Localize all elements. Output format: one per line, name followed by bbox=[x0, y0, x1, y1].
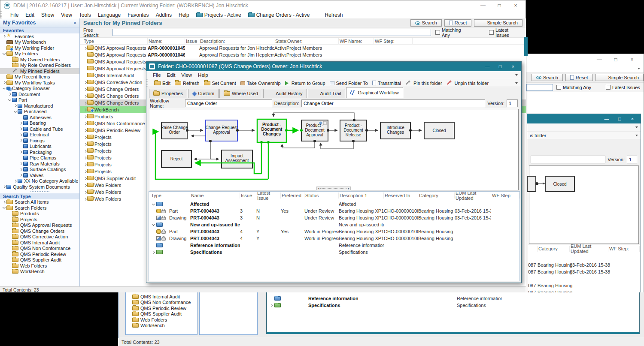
workflow-node-partial[interactable] bbox=[527, 176, 536, 192]
tree-item[interactable]: XX No Category Available bbox=[0, 178, 79, 184]
minimize-icon[interactable]: — bbox=[482, 64, 493, 69]
expander-icon[interactable] bbox=[83, 128, 87, 133]
maximize-icon[interactable]: □ bbox=[609, 57, 622, 63]
toolbar-button[interactable]: Send Folder To bbox=[328, 81, 370, 86]
menu-item[interactable]: Help bbox=[195, 72, 211, 78]
expander-icon[interactable] bbox=[7, 235, 12, 239]
expander-icon[interactable] bbox=[2, 45, 6, 50]
menu-item[interactable]: Help bbox=[175, 12, 193, 18]
menu-item[interactable]: File bbox=[150, 72, 164, 78]
workflow-name-input[interactable] bbox=[185, 99, 272, 107]
menu-item[interactable]: Edit bbox=[22, 12, 38, 18]
search-action-button[interactable]: Simple Search bbox=[474, 19, 522, 27]
search-action-button[interactable]: Simple Search bbox=[595, 74, 644, 81]
version-input[interactable] bbox=[507, 99, 518, 107]
table-row[interactable]: New and up-issued Items New and up-issue… bbox=[149, 221, 519, 228]
expander-icon[interactable] bbox=[18, 126, 23, 131]
tree-item[interactable]: Favorites bbox=[0, 33, 79, 39]
tree-item[interactable]: Category Browser bbox=[0, 86, 79, 92]
expander-icon[interactable] bbox=[7, 217, 12, 222]
latest-issues-checkbox[interactable] bbox=[489, 30, 494, 35]
table-row[interactable]: Reference information Reference informat… bbox=[267, 295, 639, 302]
expander-icon[interactable] bbox=[2, 75, 6, 79]
expander-icon[interactable] bbox=[268, 296, 274, 301]
tree-item[interactable]: Raw Materials bbox=[0, 161, 79, 167]
expander-icon[interactable] bbox=[18, 167, 23, 172]
expander-icon[interactable] bbox=[7, 57, 12, 62]
workflow-node-closed[interactable]: Closed bbox=[545, 176, 575, 192]
scrollbar-track[interactable] bbox=[320, 188, 347, 189]
expander-icon[interactable] bbox=[7, 211, 12, 216]
expander-icon[interactable] bbox=[7, 63, 12, 68]
expander-icon[interactable] bbox=[83, 94, 87, 99]
tree-item[interactable]: QMS Approval Requests bbox=[0, 223, 79, 229]
expander-icon[interactable] bbox=[13, 179, 18, 184]
expander-icon[interactable] bbox=[83, 156, 87, 160]
expander-icon[interactable] bbox=[7, 258, 12, 262]
tree-item[interactable]: Part bbox=[0, 97, 79, 103]
chevron-down-icon[interactable] bbox=[635, 126, 638, 128]
description-input[interactable] bbox=[531, 156, 605, 163]
tree-item[interactable]: Cable and Tube bbox=[0, 126, 79, 132]
tab[interactable]: Where Used bbox=[219, 89, 262, 98]
close-icon[interactable]: × bbox=[626, 57, 638, 63]
matching-any-checkbox[interactable] bbox=[556, 85, 561, 90]
latest-issues-option[interactable]: Latest Issues bbox=[606, 85, 640, 90]
free-search-input[interactable] bbox=[526, 84, 553, 91]
expander-icon[interactable] bbox=[7, 69, 12, 73]
workflow-horizontal-scrollbar[interactable]: ◂ ▸ bbox=[316, 187, 351, 190]
minimize-icon[interactable]: — bbox=[593, 57, 606, 63]
table-row[interactable]: Drawing PRT-0004043 4 Y Work in Progress… bbox=[149, 235, 519, 242]
expander-icon[interactable] bbox=[7, 252, 12, 256]
expander-icon[interactable] bbox=[18, 121, 23, 126]
table-row[interactable]: Reference information Reference informat… bbox=[149, 242, 519, 249]
tree-item[interactable]: Pipe Clamps bbox=[0, 155, 79, 161]
toolbar-button[interactable]: Take Ownership bbox=[238, 81, 283, 86]
expander-icon[interactable] bbox=[83, 162, 87, 167]
menu-folder-item[interactable]: Projects - Active bbox=[193, 12, 245, 18]
search-action-button[interactable]: Reset bbox=[444, 19, 472, 27]
expander-icon[interactable] bbox=[83, 135, 87, 140]
expander-icon[interactable] bbox=[150, 216, 156, 220]
table-row[interactable]: QMS Approval Requests APR-0000001045 App… bbox=[80, 45, 526, 51]
tree-item[interactable]: Valves bbox=[0, 172, 79, 178]
menu-item[interactable]: Language bbox=[94, 12, 124, 18]
matching-any-option[interactable]: Matching Any bbox=[435, 27, 469, 38]
tree-item[interactable]: My Pinned Folders bbox=[0, 68, 79, 74]
expander-icon[interactable] bbox=[18, 161, 23, 166]
close-icon[interactable]: × bbox=[627, 116, 638, 121]
splitter-grip[interactable] bbox=[0, 190, 79, 193]
tree-item[interactable]: WorkBench bbox=[126, 323, 197, 329]
expander-icon[interactable] bbox=[83, 197, 87, 202]
expander-icon[interactable] bbox=[18, 115, 23, 120]
expander-icon[interactable] bbox=[83, 66, 87, 71]
free-search-input[interactable] bbox=[112, 29, 431, 36]
table-row[interactable]: Specifications Specifications bbox=[149, 249, 519, 256]
tree-item[interactable]: Quality System Documents bbox=[0, 184, 79, 190]
tree-item[interactable]: Adhesives bbox=[0, 114, 79, 120]
menu-item[interactable]: Tools bbox=[76, 12, 94, 18]
tree-item[interactable]: QMS Internal Audit bbox=[126, 294, 197, 300]
search-action-button[interactable]: Search bbox=[410, 19, 442, 27]
table-row[interactable]: 087 Bearing Housing bbox=[528, 282, 640, 289]
expander-icon[interactable] bbox=[7, 229, 12, 233]
tree-item[interactable]: QMS Non Conformance bbox=[126, 300, 197, 306]
table-row[interactable]: Part PRT-0004043 4 Y Yes Work in Progres… bbox=[149, 228, 519, 235]
tree-item[interactable]: My Workbench bbox=[0, 39, 79, 45]
maximize-icon[interactable]: □ bbox=[493, 3, 506, 9]
tree-item[interactable]: My Owned Folders bbox=[0, 57, 79, 63]
tree-item[interactable]: QMS Supplier Audit bbox=[126, 311, 197, 317]
tree-item[interactable]: WorkBench bbox=[0, 269, 79, 275]
tree-item[interactable]: My Role Owned Folders bbox=[0, 63, 79, 69]
tab[interactable]: Graphical Workflow bbox=[346, 87, 403, 98]
toolbar-button[interactable]: Transmittal bbox=[370, 81, 403, 86]
toolbar-button[interactable]: Return to Group bbox=[283, 81, 328, 86]
expander-icon[interactable] bbox=[7, 223, 12, 228]
tree-item[interactable]: Lubricants bbox=[0, 144, 79, 150]
table-row[interactable]: Specifications Specifications bbox=[267, 302, 639, 309]
latest-issues-option[interactable]: Latest Issues bbox=[489, 27, 522, 38]
chevron-down-icon[interactable] bbox=[515, 74, 518, 76]
expander-icon[interactable] bbox=[83, 53, 87, 57]
table-row[interactable]: Drawing PRT-0004043 3 N Under Review Bea… bbox=[149, 214, 519, 221]
bg-window-titlebar[interactable]: — □ × bbox=[526, 54, 644, 65]
